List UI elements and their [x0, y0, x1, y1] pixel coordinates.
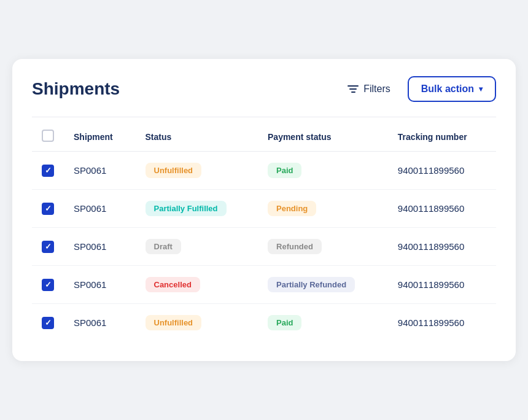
shipments-card: Shipments Filters Bulk action ▾ Shipment… [12, 59, 516, 361]
col-payment-status: Payment status [258, 122, 388, 152]
table-row: ✓SP0061CancelledPartially Refunded940011… [32, 266, 496, 304]
col-tracking-number: Tracking number [388, 122, 496, 152]
row-checkbox-cell[interactable]: ✓ [32, 228, 64, 266]
payment-badge: Paid [268, 163, 301, 178]
table-row: ✓SP0061Partially FulfilledPending9400111… [32, 190, 496, 228]
row-shipment: SP0061 [64, 190, 136, 228]
row-checkbox-cell[interactable]: ✓ [32, 304, 64, 342]
select-all-checkbox[interactable] [42, 130, 54, 142]
row-checkbox[interactable]: ✓ [42, 279, 54, 291]
row-checkbox[interactable]: ✓ [42, 241, 54, 253]
status-badge: Unfulfilled [146, 315, 202, 330]
row-status: Partially Fulfilled [136, 190, 258, 228]
row-status: Draft [136, 228, 258, 266]
row-checkbox[interactable]: ✓ [42, 317, 54, 329]
col-status: Status [136, 122, 258, 152]
row-payment-status: Paid [258, 152, 388, 190]
table-header: Shipment Status Payment status Tracking … [32, 122, 496, 152]
status-badge: Unfulfilled [146, 163, 202, 178]
payment-badge: Pending [268, 201, 316, 216]
table-row: ✓SP0061DraftRefunded9400111899560 [32, 228, 496, 266]
row-payment-status: Partially Refunded [258, 266, 388, 304]
page-title: Shipments [32, 79, 120, 99]
col-shipment: Shipment [64, 122, 136, 152]
bulk-action-button[interactable]: Bulk action ▾ [408, 76, 496, 102]
row-checkbox-cell[interactable]: ✓ [32, 152, 64, 190]
row-tracking-number: 9400111899560 [388, 190, 496, 228]
row-shipment: SP0061 [64, 152, 136, 190]
row-tracking-number: 9400111899560 [388, 266, 496, 304]
row-checkbox[interactable]: ✓ [42, 165, 54, 177]
status-badge: Draft [146, 239, 181, 254]
row-tracking-number: 9400111899560 [388, 304, 496, 342]
row-shipment: SP0061 [64, 266, 136, 304]
payment-badge: Partially Refunded [268, 277, 355, 292]
header-actions: Filters Bulk action ▾ [340, 76, 496, 102]
row-payment-status: Paid [258, 304, 388, 342]
status-badge: Partially Fulfilled [146, 201, 227, 216]
row-checkbox-cell[interactable]: ✓ [32, 266, 64, 304]
table-row: ✓SP0061UnfulfilledPaid9400111899560 [32, 152, 496, 190]
row-shipment: SP0061 [64, 228, 136, 266]
row-payment-status: Pending [258, 190, 388, 228]
checkbox-header[interactable] [32, 122, 64, 152]
row-payment-status: Refunded [258, 228, 388, 266]
payment-badge: Refunded [268, 239, 322, 254]
row-shipment: SP0061 [64, 304, 136, 342]
bulk-action-label: Bulk action [421, 84, 474, 95]
row-status: Unfulfilled [136, 304, 258, 342]
table-body: ✓SP0061UnfulfilledPaid9400111899560✓SP00… [32, 152, 496, 342]
filters-label: Filters [363, 84, 390, 95]
filters-icon [347, 85, 359, 93]
shipments-table: Shipment Status Payment status Tracking … [32, 122, 496, 341]
row-tracking-number: 9400111899560 [388, 228, 496, 266]
page-header: Shipments Filters Bulk action ▾ [32, 76, 496, 102]
row-status: Cancelled [136, 266, 258, 304]
row-status: Unfulfilled [136, 152, 258, 190]
chevron-down-icon: ▾ [479, 85, 483, 93]
row-checkbox-cell[interactable]: ✓ [32, 190, 64, 228]
payment-badge: Paid [268, 315, 301, 330]
row-checkbox[interactable]: ✓ [42, 203, 54, 215]
table-row: ✓SP0061UnfulfilledPaid9400111899560 [32, 304, 496, 342]
row-tracking-number: 9400111899560 [388, 152, 496, 190]
header-divider [32, 117, 496, 117]
filters-button[interactable]: Filters [340, 79, 398, 99]
status-badge: Cancelled [146, 277, 200, 292]
